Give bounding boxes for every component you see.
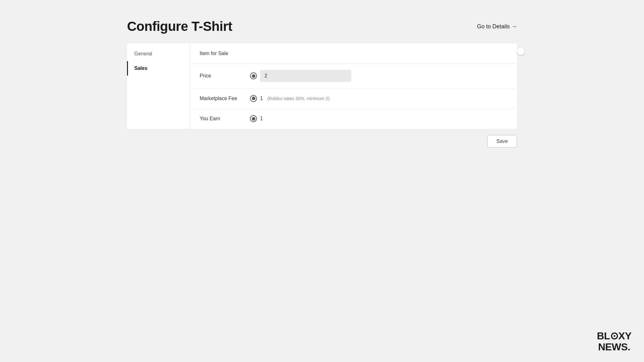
save-area: Save [127, 135, 517, 148]
price-row: Price [190, 64, 517, 88]
price-label: Price [200, 73, 250, 79]
page-header: Configure T-Shirt Go to Details → [127, 19, 517, 34]
marketplace-fee-label: Marketplace Fee [200, 96, 250, 101]
sidebar-item-general[interactable]: General [127, 47, 190, 61]
marketplace-fee-row: Marketplace Fee 1 (Roblox takes 30%, min… [190, 88, 517, 109]
bloxy-line1: BL⊙XY [597, 331, 631, 342]
price-input[interactable] [260, 70, 351, 82]
save-button[interactable]: Save [487, 135, 517, 148]
robux-inner-fee [252, 97, 255, 100]
marketplace-fee-note: (Roblox takes 30%, minimum 2) [267, 96, 330, 101]
robux-inner-earn [252, 117, 255, 120]
go-to-details-link[interactable]: Go to Details → [477, 23, 517, 30]
marketplace-fee-robux-icon [250, 95, 257, 102]
page-title: Configure T-Shirt [127, 19, 232, 34]
robux-inner [252, 75, 255, 77]
marketplace-fee-content: 1 (Roblox takes 30%, minimum 2) [250, 95, 508, 102]
you-earn-value: 1 [260, 116, 263, 122]
sidebar-item-sales[interactable]: Sales [127, 61, 190, 76]
you-earn-label: You Earn [200, 116, 250, 122]
bloxy-news-logo: BL⊙XY NEWS. [597, 331, 631, 353]
price-content [250, 70, 508, 82]
you-earn-content: 1 [250, 115, 508, 122]
you-earn-row: You Earn 1 [190, 109, 517, 129]
main-content: General Sales Item for Sale Price [127, 43, 517, 129]
bloxy-line2: NEWS. [597, 342, 631, 353]
content-panel: Item for Sale Price [190, 43, 517, 129]
item-for-sale-row: Item for Sale [190, 43, 517, 64]
price-robux-icon [250, 72, 257, 79]
marketplace-fee-value: 1 [260, 96, 263, 101]
item-for-sale-label: Item for Sale [200, 51, 250, 56]
sidebar: General Sales [127, 43, 190, 129]
you-earn-robux-icon [250, 115, 257, 122]
